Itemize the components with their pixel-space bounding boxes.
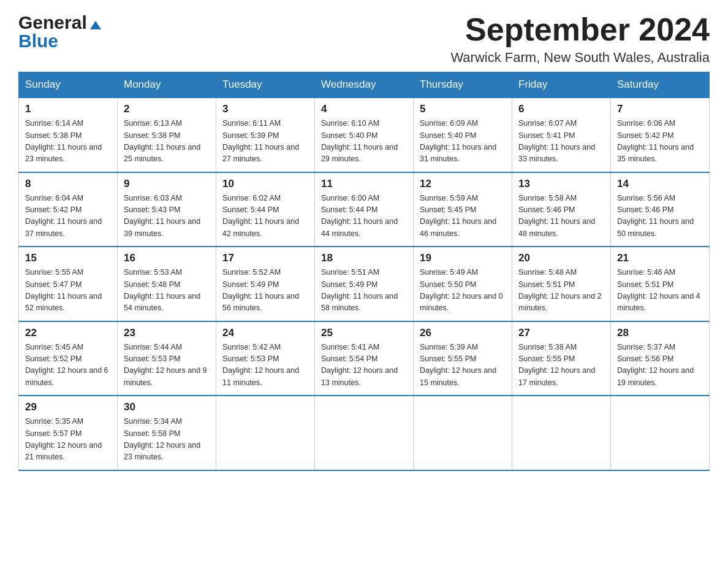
day-number: 6 <box>518 103 604 115</box>
calendar-cell: 6Sunrise: 6:07 AMSunset: 5:41 PMDaylight… <box>512 98 611 172</box>
day-number: 25 <box>321 327 407 339</box>
day-info: Sunrise: 5:44 AMSunset: 5:53 PMDaylight:… <box>124 343 207 387</box>
calendar-cell <box>216 396 315 470</box>
calendar-cell: 26Sunrise: 5:39 AMSunset: 5:55 PMDayligh… <box>414 321 512 396</box>
calendar-cell: 17Sunrise: 5:52 AMSunset: 5:49 PMDayligh… <box>216 247 315 321</box>
day-number: 29 <box>25 401 111 413</box>
calendar-cell: 21Sunrise: 5:46 AMSunset: 5:51 PMDayligh… <box>611 247 710 321</box>
day-info: Sunrise: 6:10 AMSunset: 5:40 PMDaylight:… <box>321 119 398 163</box>
weekday-header-tuesday: Tuesday <box>216 72 315 98</box>
day-number: 19 <box>420 252 506 264</box>
weekday-header-wednesday: Wednesday <box>315 72 414 98</box>
calendar-week-row: 15Sunrise: 5:55 AMSunset: 5:47 PMDayligh… <box>19 247 710 321</box>
calendar-week-row: 22Sunrise: 5:45 AMSunset: 5:52 PMDayligh… <box>19 321 710 396</box>
day-number: 24 <box>222 327 308 339</box>
calendar-cell <box>414 396 512 470</box>
calendar-cell: 14Sunrise: 5:56 AMSunset: 5:46 PMDayligh… <box>611 172 710 247</box>
calendar-week-row: 8Sunrise: 6:04 AMSunset: 5:42 PMDaylight… <box>19 172 710 247</box>
day-number: 5 <box>420 103 506 115</box>
day-number: 28 <box>617 327 703 339</box>
calendar-cell: 29Sunrise: 5:35 AMSunset: 5:57 PMDayligh… <box>19 396 118 470</box>
day-info: Sunrise: 5:34 AMSunset: 5:58 PMDaylight:… <box>124 417 200 461</box>
day-info: Sunrise: 5:58 AMSunset: 5:46 PMDaylight:… <box>518 194 595 238</box>
day-number: 13 <box>518 178 604 190</box>
calendar-cell: 15Sunrise: 5:55 AMSunset: 5:47 PMDayligh… <box>19 247 118 321</box>
day-info: Sunrise: 5:52 AMSunset: 5:49 PMDaylight:… <box>222 268 299 312</box>
calendar-cell: 16Sunrise: 5:53 AMSunset: 5:48 PMDayligh… <box>118 247 216 321</box>
day-info: Sunrise: 5:42 AMSunset: 5:53 PMDaylight:… <box>222 343 299 387</box>
day-number: 26 <box>420 327 506 339</box>
calendar-cell: 2Sunrise: 6:13 AMSunset: 5:38 PMDaylight… <box>118 98 216 172</box>
day-info: Sunrise: 5:46 AMSunset: 5:51 PMDaylight:… <box>617 268 700 312</box>
title-area: September 2024 Warwick Farm, New South W… <box>450 12 710 66</box>
calendar-cell: 30Sunrise: 5:34 AMSunset: 5:58 PMDayligh… <box>118 396 216 470</box>
day-info: Sunrise: 5:39 AMSunset: 5:55 PMDaylight:… <box>420 343 496 387</box>
location-title: Warwick Farm, New South Wales, Australia <box>450 50 710 66</box>
weekday-header-friday: Friday <box>512 72 611 98</box>
day-info: Sunrise: 5:41 AMSunset: 5:54 PMDaylight:… <box>321 343 398 387</box>
day-info: Sunrise: 6:09 AMSunset: 5:40 PMDaylight:… <box>420 119 496 163</box>
day-number: 18 <box>321 252 407 264</box>
day-number: 15 <box>25 252 111 264</box>
month-title: September 2024 <box>450 12 710 47</box>
calendar-table: SundayMondayTuesdayWednesdayThursdayFrid… <box>18 72 710 471</box>
calendar-cell: 25Sunrise: 5:41 AMSunset: 5:54 PMDayligh… <box>315 321 414 396</box>
calendar-cell: 5Sunrise: 6:09 AMSunset: 5:40 PMDaylight… <box>414 98 512 172</box>
svg-marker-0 <box>90 21 101 29</box>
day-number: 10 <box>222 178 308 190</box>
day-number: 3 <box>222 103 308 115</box>
day-info: Sunrise: 5:56 AMSunset: 5:46 PMDaylight:… <box>617 194 694 238</box>
day-number: 22 <box>25 327 111 339</box>
weekday-header-sunday: Sunday <box>19 72 118 98</box>
day-number: 9 <box>124 178 210 190</box>
day-number: 20 <box>518 252 604 264</box>
calendar-week-row: 1Sunrise: 6:14 AMSunset: 5:38 PMDaylight… <box>19 98 710 172</box>
calendar-cell <box>611 396 710 470</box>
calendar-cell: 9Sunrise: 6:03 AMSunset: 5:43 PMDaylight… <box>118 172 216 247</box>
day-number: 4 <box>321 103 407 115</box>
day-info: Sunrise: 5:51 AMSunset: 5:49 PMDaylight:… <box>321 268 398 312</box>
day-number: 14 <box>617 178 703 190</box>
day-info: Sunrise: 6:06 AMSunset: 5:42 PMDaylight:… <box>617 119 694 163</box>
calendar-cell: 22Sunrise: 5:45 AMSunset: 5:52 PMDayligh… <box>19 321 118 396</box>
day-info: Sunrise: 5:37 AMSunset: 5:56 PMDaylight:… <box>617 343 694 387</box>
logo: General Blue <box>18 12 102 52</box>
day-number: 17 <box>222 252 308 264</box>
day-info: Sunrise: 6:07 AMSunset: 5:41 PMDaylight:… <box>518 119 595 163</box>
calendar-cell: 1Sunrise: 6:14 AMSunset: 5:38 PMDaylight… <box>19 98 118 172</box>
weekday-header-saturday: Saturday <box>611 72 710 98</box>
day-info: Sunrise: 5:35 AMSunset: 5:57 PMDaylight:… <box>25 417 102 461</box>
calendar-cell <box>315 396 414 470</box>
weekday-header-thursday: Thursday <box>414 72 512 98</box>
calendar-cell: 10Sunrise: 6:02 AMSunset: 5:44 PMDayligh… <box>216 172 315 247</box>
calendar-cell: 13Sunrise: 5:58 AMSunset: 5:46 PMDayligh… <box>512 172 611 247</box>
day-number: 2 <box>124 103 210 115</box>
calendar-cell: 20Sunrise: 5:48 AMSunset: 5:51 PMDayligh… <box>512 247 611 321</box>
day-info: Sunrise: 5:38 AMSunset: 5:55 PMDaylight:… <box>518 343 595 387</box>
day-info: Sunrise: 6:11 AMSunset: 5:39 PMDaylight:… <box>222 119 299 163</box>
logo-blue: Blue <box>18 31 58 51</box>
calendar-cell: 23Sunrise: 5:44 AMSunset: 5:53 PMDayligh… <box>118 321 216 396</box>
day-info: Sunrise: 6:13 AMSunset: 5:38 PMDaylight:… <box>124 119 200 163</box>
calendar-cell: 28Sunrise: 5:37 AMSunset: 5:56 PMDayligh… <box>611 321 710 396</box>
calendar-cell: 11Sunrise: 6:00 AMSunset: 5:44 PMDayligh… <box>315 172 414 247</box>
calendar-week-row: 29Sunrise: 5:35 AMSunset: 5:57 PMDayligh… <box>19 396 710 470</box>
calendar-cell <box>512 396 611 470</box>
day-info: Sunrise: 6:04 AMSunset: 5:42 PMDaylight:… <box>25 194 102 238</box>
calendar-cell: 3Sunrise: 6:11 AMSunset: 5:39 PMDaylight… <box>216 98 315 172</box>
day-info: Sunrise: 6:02 AMSunset: 5:44 PMDaylight:… <box>222 194 299 238</box>
day-number: 30 <box>124 401 210 413</box>
day-info: Sunrise: 5:53 AMSunset: 5:48 PMDaylight:… <box>124 268 200 312</box>
day-info: Sunrise: 5:45 AMSunset: 5:52 PMDaylight:… <box>25 343 108 387</box>
calendar-cell: 4Sunrise: 6:10 AMSunset: 5:40 PMDaylight… <box>315 98 414 172</box>
day-number: 23 <box>124 327 210 339</box>
day-number: 7 <box>617 103 703 115</box>
day-number: 27 <box>518 327 604 339</box>
calendar-cell: 19Sunrise: 5:49 AMSunset: 5:50 PMDayligh… <box>414 247 512 321</box>
day-info: Sunrise: 6:14 AMSunset: 5:38 PMDaylight:… <box>25 119 102 163</box>
weekday-header-row: SundayMondayTuesdayWednesdayThursdayFrid… <box>19 72 710 98</box>
day-info: Sunrise: 5:55 AMSunset: 5:47 PMDaylight:… <box>25 268 102 312</box>
day-number: 21 <box>617 252 703 264</box>
calendar-cell: 18Sunrise: 5:51 AMSunset: 5:49 PMDayligh… <box>315 247 414 321</box>
day-number: 1 <box>25 103 111 115</box>
